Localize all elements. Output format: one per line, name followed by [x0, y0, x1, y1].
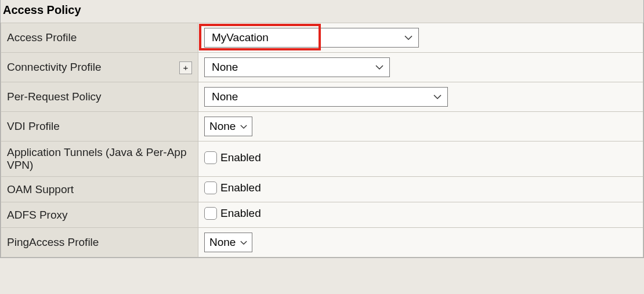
select-value: None: [209, 236, 236, 249]
connectivity-profile-select[interactable]: None: [204, 57, 390, 77]
label-pingaccess-profile: PingAccess Profile: [1, 228, 198, 257]
label-per-request-policy: Per-Request Policy: [1, 82, 198, 112]
section-title: Access Policy: [1, 0, 643, 23]
vdi-profile-select[interactable]: None: [204, 117, 252, 136]
pingaccess-profile-select[interactable]: None: [204, 233, 252, 252]
select-value: None: [209, 120, 236, 133]
label-vdi-profile: VDI Profile: [1, 112, 198, 141]
label-text: PingAccess Profile: [7, 236, 99, 248]
add-connectivity-profile-button[interactable]: +: [179, 61, 192, 74]
checkbox-label: Enabled: [220, 182, 261, 194]
label-adfs-proxy: ADFS Proxy: [1, 202, 198, 228]
oam-support-checkbox[interactable]: [204, 182, 217, 194]
select-value: None: [212, 61, 238, 74]
label-access-profile: Access Profile: [1, 23, 198, 53]
app-tunnels-checkbox[interactable]: [204, 151, 217, 164]
label-text: Connectivity Profile: [7, 61, 102, 73]
access-policy-form: Access Profile MyVacation Connectivity P…: [1, 23, 643, 257]
label-text: Per-Request Policy: [7, 90, 102, 103]
select-value: MyVacation: [212, 31, 269, 44]
label-text: VDI Profile: [7, 120, 60, 132]
label-oam-support: OAM Support: [1, 177, 198, 202]
per-request-policy-select[interactable]: None: [204, 87, 448, 107]
label-text: Application Tunnels (Java & Per-App VPN): [7, 146, 186, 171]
chevron-down-icon: [240, 240, 247, 245]
chevron-down-icon: [375, 64, 383, 70]
chevron-down-icon: [433, 94, 442, 100]
select-value: None: [212, 90, 238, 103]
adfs-proxy-checkbox[interactable]: [204, 207, 217, 220]
label-text: Access Profile: [7, 31, 77, 43]
chevron-down-icon: [404, 35, 413, 41]
access-policy-panel: Access Policy Access Profile MyVacation …: [0, 0, 644, 258]
checkbox-label: Enabled: [220, 207, 261, 220]
chevron-down-icon: [240, 124, 247, 129]
label-text: OAM Support: [7, 183, 74, 195]
label-text: ADFS Proxy: [7, 209, 68, 221]
label-connectivity-profile: Connectivity Profile +: [1, 53, 198, 82]
label-app-tunnels: Application Tunnels (Java & Per-App VPN): [1, 141, 198, 177]
access-profile-select[interactable]: MyVacation: [204, 28, 419, 48]
checkbox-label: Enabled: [220, 151, 261, 164]
